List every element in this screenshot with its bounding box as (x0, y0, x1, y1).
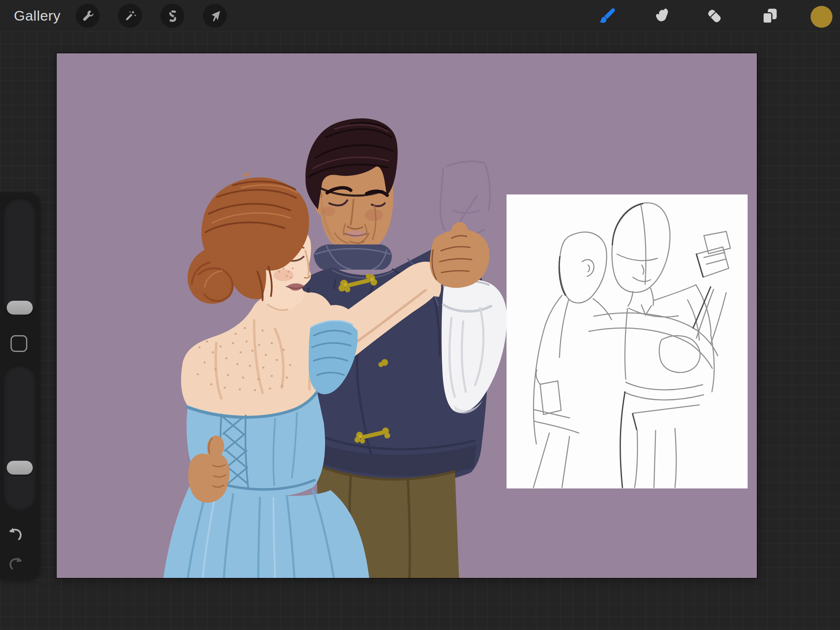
color-swatch[interactable] (811, 6, 832, 28)
selection-button[interactable] (160, 4, 184, 28)
paint-button[interactable] (595, 4, 619, 28)
transform-button[interactable] (203, 4, 227, 28)
actions-button[interactable] (76, 4, 100, 28)
layers-icon (760, 6, 779, 26)
wrench-icon (81, 9, 94, 23)
smudge-button[interactable] (648, 4, 672, 28)
reference-photo (507, 194, 748, 488)
magic-wand-icon (123, 9, 137, 23)
selection-s-icon (166, 9, 179, 23)
redo-button[interactable] (5, 554, 26, 574)
gallery-button[interactable]: Gallery (14, 0, 60, 32)
brush-size-slider[interactable] (3, 197, 36, 317)
top-toolbar: Gallery (0, 0, 840, 32)
procreate-app: Gallery (0, 0, 840, 630)
canvas-workspace (0, 0, 840, 630)
smudge-finger-icon (651, 6, 670, 26)
left-sidebar (0, 192, 39, 580)
opacity-slider[interactable] (3, 365, 36, 510)
redo-arrow-icon (6, 554, 25, 573)
eraser-icon (705, 6, 724, 26)
opacity-handle[interactable] (7, 461, 33, 475)
brush-size-handle[interactable] (7, 301, 33, 315)
undo-arrow-icon (6, 525, 25, 543)
painting (57, 53, 757, 578)
adjustments-button[interactable] (118, 4, 142, 28)
modify-button[interactable] (10, 335, 27, 352)
erase-button[interactable] (702, 4, 726, 28)
paintbrush-icon (598, 6, 617, 26)
layers-button[interactable] (757, 4, 781, 28)
artwork-canvas[interactable] (57, 53, 757, 578)
undo-button[interactable] (5, 524, 26, 544)
transform-arrow-icon (208, 9, 222, 23)
